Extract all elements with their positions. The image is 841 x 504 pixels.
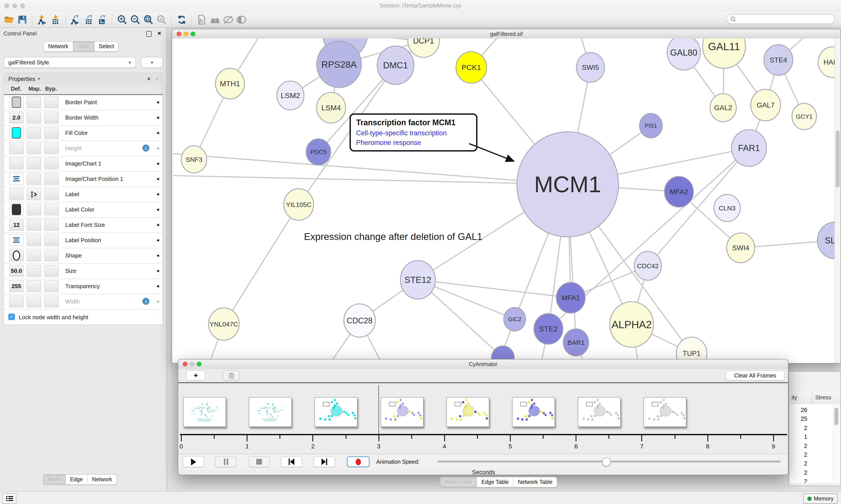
table-cell-value[interactable]: 2 [790, 451, 807, 458]
timeline-frame[interactable] [446, 397, 489, 427]
property-row[interactable]: Label Position◂ [4, 233, 162, 248]
default-value-cell[interactable] [9, 188, 24, 200]
default-value-cell[interactable]: 255 [9, 280, 24, 292]
network-node-mfa1[interactable]: MFA1 [556, 283, 585, 313]
property-row[interactable]: Image/Chart Position 1◂ [4, 172, 162, 187]
column-header-centrality[interactable]: ity [791, 394, 797, 401]
zoom-out-icon[interactable] [129, 13, 142, 25]
default-value-cell[interactable] [9, 234, 24, 246]
timeline-frame[interactable] [380, 397, 423, 427]
annotation-link[interactable]: Cell-type-specific transcription [356, 129, 471, 137]
clear-all-frames-button[interactable]: Clear All Frames [726, 371, 785, 380]
play-button[interactable] [183, 456, 204, 467]
mapping-cell[interactable] [27, 250, 41, 262]
skip-to-end-button[interactable] [314, 456, 335, 467]
mapping-cell[interactable] [27, 173, 41, 185]
network-node-pis1[interactable]: PIS1 [640, 113, 662, 138]
default-value-cell[interactable] [9, 158, 24, 169]
timeline-frame[interactable] [644, 397, 686, 427]
export-image-icon[interactable] [95, 13, 109, 25]
table-cell-value[interactable]: 2 [790, 478, 807, 483]
default-value-cell[interactable]: 2.0 [9, 112, 24, 124]
tab-network-style[interactable]: Network [87, 475, 117, 484]
network-node-gal80[interactable]: GAL80 [667, 38, 700, 70]
mapping-cell[interactable] [27, 265, 41, 277]
network-node-swi4[interactable]: SWI4 [727, 233, 755, 263]
network-node-lsm2[interactable]: LSM2 [277, 81, 304, 110]
import-network-icon[interactable] [36, 13, 49, 25]
slider-handle[interactable] [602, 457, 610, 466]
bypass-cell[interactable] [44, 142, 59, 154]
mapping-cell[interactable] [27, 280, 41, 292]
timeline-playhead[interactable] [378, 385, 379, 434]
annotation-box[interactable]: Transcription factor MCM1 Cell-type-spec… [350, 113, 478, 151]
network-node-cdc42[interactable]: CDC42 [634, 251, 661, 280]
expand-row-icon[interactable]: ◂ [156, 237, 159, 243]
info-icon[interactable]: i [142, 144, 149, 151]
bypass-cell[interactable] [44, 250, 59, 262]
network-node-mfa2[interactable]: MFA2 [664, 177, 693, 207]
bypass-cell[interactable] [44, 158, 59, 169]
import-table-icon[interactable] [49, 13, 62, 25]
tab-network-table[interactable]: Network Table [513, 477, 557, 487]
bypass-cell[interactable] [44, 265, 59, 277]
zoom-in-icon[interactable] [115, 13, 129, 25]
default-value-cell[interactable] [9, 173, 24, 185]
default-value-cell[interactable] [9, 127, 24, 139]
network-node-rps28a[interactable]: RPS28A [317, 41, 361, 88]
bypass-cell[interactable] [44, 188, 59, 200]
expand-row-icon[interactable]: ◂ [156, 99, 159, 105]
annotation-link[interactable]: Pheromone response [356, 139, 471, 147]
network-node-mcm1[interactable]: MCM1 [517, 132, 619, 237]
bypass-cell[interactable] [44, 234, 59, 246]
property-row[interactable]: Label Color◂ [4, 202, 162, 218]
table-cell-value[interactable]: 26 [790, 407, 807, 413]
bypass-cell[interactable] [44, 219, 59, 231]
network-node-cln3[interactable]: CLN3 [714, 194, 740, 221]
property-row[interactable]: 50.0Size◂ [4, 264, 162, 279]
expand-row-icon[interactable]: ◂ [156, 298, 159, 304]
export-table-icon[interactable] [82, 13, 95, 25]
bypass-cell[interactable] [44, 173, 59, 185]
memory-button[interactable]: Memory [803, 493, 838, 504]
network-node-gal2[interactable]: GAL2 [710, 94, 736, 122]
expand-row-icon[interactable]: ◂ [156, 130, 159, 136]
mapping-cell[interactable] [27, 188, 41, 200]
mapping-cell[interactable] [27, 204, 41, 215]
table-cell-value[interactable]: 2 [790, 461, 807, 467]
style-options-button[interactable]: ▾ [141, 57, 163, 68]
network-node-bar1[interactable]: BAR1 [563, 329, 589, 356]
tab-node-table[interactable]: Node Table [440, 477, 477, 487]
network-node-snf3[interactable]: SNF3 [181, 146, 207, 173]
network-node-gal11[interactable]: GAL11 [702, 38, 746, 68]
tab-edge-table[interactable]: Edge Table [477, 477, 513, 487]
tab-node[interactable]: Node [43, 475, 65, 484]
stop-button[interactable] [248, 456, 270, 467]
expand-row-icon[interactable]: ◂ [156, 252, 159, 258]
table-cell-value[interactable]: 1 [790, 433, 807, 440]
default-value-cell[interactable]: 50.0 [9, 265, 24, 277]
expand-row-icon[interactable]: ◂ [156, 114, 159, 121]
cyanimator-titlebar[interactable]: CyAnimator [178, 360, 788, 370]
property-row[interactable]: 255Transparency◂ [4, 279, 162, 294]
network-node-ste2[interactable]: STE2 [534, 313, 563, 344]
record-button[interactable] [347, 456, 370, 467]
expand-all-icon[interactable]: » [148, 75, 151, 82]
network-node-dmc1[interactable]: DMC1 [377, 46, 414, 85]
mapping-cell[interactable] [27, 96, 41, 108]
network-graph[interactable]: RPS28BRPS28ADCP1DMC1PCK1MTH1LSM2LSM4SNF3… [172, 38, 841, 363]
timeline-frame[interactable] [578, 397, 621, 427]
skip-to-start-button[interactable] [281, 456, 302, 467]
mapping-cell[interactable] [27, 127, 41, 139]
bypass-cell[interactable] [44, 295, 59, 307]
bypass-cell[interactable] [44, 127, 59, 139]
properties-header[interactable]: Properties ▾ » » [4, 73, 162, 85]
bypass-cell[interactable] [44, 96, 59, 108]
scrollbar-thumb[interactable] [835, 408, 838, 425]
network-node-mth1[interactable]: MTH1 [215, 68, 245, 99]
network-node-gcy1[interactable]: GCY1 [792, 103, 817, 130]
property-row[interactable]: 12Label Font Size◂ [4, 218, 162, 233]
bypass-cell[interactable] [44, 112, 59, 124]
expand-row-icon[interactable]: ◂ [156, 268, 159, 274]
table-cell-value[interactable]: 2 [790, 469, 807, 476]
